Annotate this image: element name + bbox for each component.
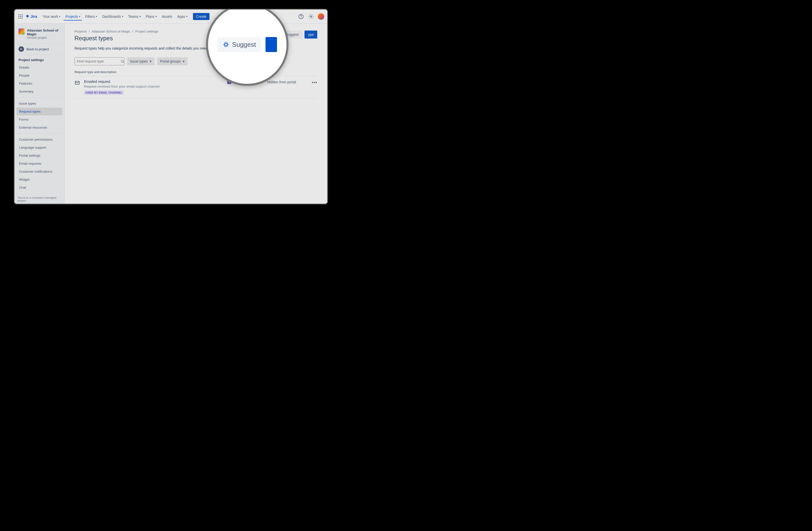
jira-logo[interactable]: Jira [25, 14, 37, 19]
app-switcher-icon[interactable] [17, 14, 24, 19]
chevron-down-icon: ▾ [59, 15, 60, 18]
nav-item-assets[interactable]: Assets [160, 13, 174, 20]
sidebar-item-issue-types[interactable]: Issue types [16, 100, 62, 107]
sidebar-item-external-resources[interactable]: External resources [16, 124, 62, 131]
svg-point-12 [121, 60, 124, 62]
suggest-button-zoomed: Suggest [218, 37, 261, 52]
help-icon[interactable] [298, 13, 304, 20]
chevron-down-icon: ▾ [96, 15, 97, 18]
portal-groups-filter[interactable]: Portal groups ▾ [157, 57, 188, 65]
settings-icon[interactable] [308, 13, 314, 20]
sidebar-item-portal-settings[interactable]: Portal settings [16, 152, 62, 159]
chevron-down-icon: ▾ [186, 15, 188, 18]
nav-item-teams[interactable]: Teams▾ [126, 13, 143, 20]
create-button-zoomed-edge [265, 37, 277, 52]
svg-rect-4 [20, 16, 21, 17]
breadcrumb-link[interactable]: Project settings [135, 29, 158, 33]
svg-rect-7 [20, 18, 21, 18]
chevron-down-icon: ▾ [183, 59, 185, 63]
chevron-down-icon: ▾ [79, 15, 80, 18]
create-request-type-button[interactable]: ype [304, 30, 317, 39]
sidebar-item-widget[interactable]: Widget [16, 176, 62, 183]
sidebar-item-customer-notifications[interactable]: Customer notifications [16, 168, 62, 176]
nav-item-plans[interactable]: Plans▾ [144, 13, 159, 20]
chevron-down-icon: ▾ [140, 15, 141, 18]
search-input-wrapper [74, 57, 125, 65]
project-type-footer: You're in a company-managed project [14, 194, 64, 205]
sidebar-item-chat[interactable]: Chat [16, 184, 62, 192]
product-name: Jira [30, 14, 37, 18]
nav-item-filters[interactable]: Filters▾ [83, 13, 99, 20]
sidebar-item-people[interactable]: People [16, 72, 62, 79]
nav-item-dashboards[interactable]: Dashboards▾ [100, 13, 125, 20]
sidebar-item-request-types[interactable]: Request types [16, 108, 62, 115]
chevron-down-icon: ▾ [150, 59, 151, 63]
svg-point-11 [310, 16, 312, 17]
back-to-project[interactable]: Back to project [16, 44, 62, 55]
nav-item-projects[interactable]: Projects▾ [63, 13, 82, 20]
project-name: Atlassian School of Magic [27, 29, 60, 36]
search-icon [120, 59, 125, 63]
nav-item-your-work[interactable]: Your work▾ [41, 13, 62, 20]
email-channel-badge: USED BY EMAIL CHANNEL [84, 90, 124, 95]
project-icon [18, 29, 25, 34]
issue-types-filter[interactable]: Issue types ▾ [127, 57, 155, 65]
sidebar-item-customer-permissions[interactable]: Customer permissions [16, 136, 62, 143]
svg-rect-3 [18, 16, 19, 17]
sidebar-item-forms[interactable]: Forms [16, 116, 62, 123]
sidebar-item-email-requests[interactable]: Email requests [16, 160, 62, 167]
breadcrumb-link[interactable]: Atlassian School of Magic [92, 29, 130, 33]
breadcrumb: Projects/Atlassian School of Magic/Proje… [74, 29, 158, 33]
project-settings-heading: Project settings [16, 56, 62, 63]
sparkle-icon [222, 41, 230, 48]
svg-rect-8 [22, 18, 23, 18]
svg-rect-5 [22, 16, 23, 17]
profile-avatar[interactable] [318, 13, 324, 20]
project-type: Service project [27, 36, 60, 40]
sidebar-item-summary[interactable]: Summary [16, 87, 62, 95]
sidebar: Atlassian School of Magic Service projec… [14, 24, 64, 204]
mail-icon [74, 80, 84, 95]
svg-point-10 [301, 17, 301, 18]
chevron-down-icon: ▾ [122, 15, 123, 18]
sidebar-item-language-support[interactable]: Language support [16, 144, 62, 151]
nav-item-apps[interactable]: Apps▾ [175, 13, 189, 20]
chevron-down-icon: ▾ [156, 15, 157, 18]
search-input[interactable] [77, 59, 120, 63]
create-button[interactable]: Create [193, 13, 209, 20]
sidebar-item-features[interactable]: Features [16, 80, 62, 87]
svg-rect-1 [20, 14, 21, 15]
back-arrow-icon [18, 46, 24, 52]
page-title: Request types [74, 35, 158, 42]
svg-rect-0 [18, 14, 19, 15]
table-row[interactable]: Emailed request Request received from yo… [74, 76, 317, 99]
svg-rect-6 [18, 18, 19, 18]
request-type-title: Emailed request [84, 80, 227, 84]
table-header-row: Request type and description Issue type … [74, 70, 317, 76]
portal-group-label: Hidden from portal [267, 80, 307, 95]
request-type-desc: Request received from your email support… [84, 85, 227, 88]
row-actions-button[interactable]: ••• [307, 80, 317, 95]
sidebar-item-details[interactable]: Details [16, 64, 62, 71]
svg-rect-2 [22, 14, 23, 15]
col-header-desc: Request type and description [74, 70, 227, 74]
breadcrumb-link[interactable]: Projects [74, 29, 87, 33]
